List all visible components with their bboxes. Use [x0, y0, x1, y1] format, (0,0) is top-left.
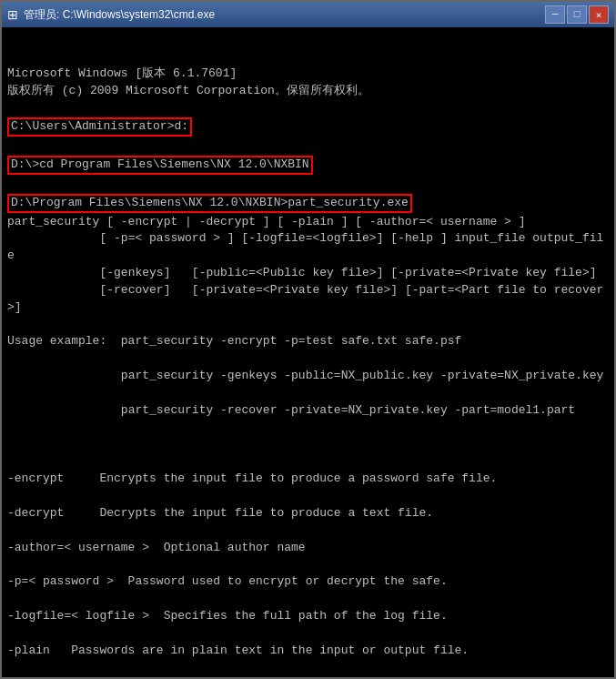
terminal-line: part_security -genkeys -public=NX_public… [7, 368, 609, 385]
terminal-line: D:\Program Files\Siemens\NX 12.0\NXBIN>p… [7, 193, 609, 214]
terminal-line: Usage example: part_security -encrypt -p… [7, 333, 609, 350]
terminal-line: -logfile=< logfile > Specifies the full … [7, 608, 609, 625]
terminal-blank-line [7, 660, 609, 674]
terminal-line: -author=< username > Optional author nam… [7, 540, 609, 557]
terminal-blank-line [7, 522, 609, 540]
terminal-line: part_security -recover -private=NX_priva… [7, 402, 609, 420]
terminal-line: [-recover] [-private=<Private key file>]… [7, 282, 609, 317]
terminal-blank-line [7, 350, 609, 368]
terminal-line: 版权所有 (c) 2009 Microsoft Corporation。保留所有… [7, 83, 609, 100]
highlighted-command-line: D:\Program Files\Siemens\NX 12.0\NXBIN>p… [7, 194, 412, 213]
terminal-blank-line [7, 420, 609, 437]
close-button[interactable]: ✕ [589, 5, 609, 24]
terminal-blank-line [7, 556, 609, 573]
terminal-line: -encrypt Encrypts the input file to prod… [7, 471, 609, 488]
terminal-blank-line [7, 437, 609, 454]
title-text: 管理员: C:\Windows\system32\cmd.exe [24, 7, 215, 23]
terminal-blank-line [7, 488, 609, 505]
terminal-line: -plain Passwords are in plain text in th… [7, 643, 609, 660]
terminal-blank-line [7, 625, 609, 643]
highlighted-command-line: C:\Users\Administrator>d: [7, 117, 192, 137]
terminal-blank-line [7, 453, 609, 471]
terminal-line: -p=< password > Password used to encrypt… [7, 573, 609, 591]
terminal-blank-line [7, 176, 609, 193]
terminal-line: [ -p=< password > ] [-logfile=<logfile>]… [7, 230, 609, 265]
terminal-line: [-genkeys] [-public=<Public key file>] [… [7, 265, 609, 282]
window-controls: ─ □ ✕ [545, 5, 609, 24]
terminal-blank-line [7, 99, 609, 117]
maximize-button[interactable]: □ [567, 5, 587, 24]
terminal-line: D:\>cd Program Files\Siemens\NX 12.0\NXB… [7, 155, 609, 176]
highlighted-command-line: D:\>cd Program Files\Siemens\NX 12.0\NXB… [7, 156, 313, 175]
terminal-blank-line [7, 137, 609, 155]
terminal-blank-line [7, 591, 609, 608]
terminal-line: -decrypt Decrypts the input file to prod… [7, 505, 609, 522]
terminal-line: C:\Users\Administrator>d: [7, 117, 609, 137]
terminal-line: Microsoft Windows [版本 6.1.7601] [7, 66, 609, 83]
minimize-button[interactable]: ─ [545, 5, 565, 24]
terminal-blank-line [7, 317, 609, 334]
cmd-window: ⊞ 管理员: C:\Windows\system32\cmd.exe ─ □ ✕… [0, 0, 616, 679]
terminal-output[interactable]: Microsoft Windows [版本 6.1.7601]版权所有 (c) … [7, 31, 609, 674]
terminal-blank-line [7, 385, 609, 402]
window-title: ⊞ 管理员: C:\Windows\system32\cmd.exe [7, 7, 545, 23]
terminal-area: Microsoft Windows [版本 6.1.7601]版权所有 (c) … [2, 27, 614, 677]
titlebar: ⊞ 管理员: C:\Windows\system32\cmd.exe ─ □ ✕ [2, 2, 614, 27]
terminal-line: part_security [ -encrypt | -decrypt ] [ … [7, 214, 609, 231]
